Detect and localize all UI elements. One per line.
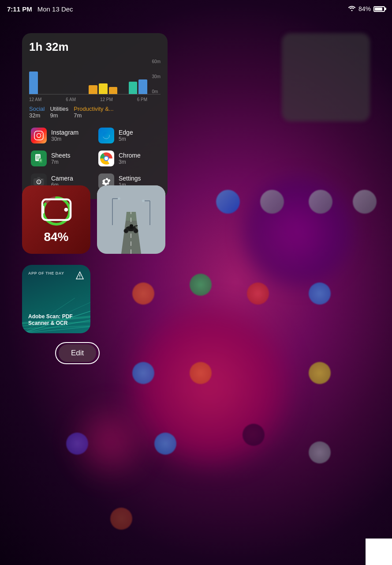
app-item-edge[interactable]: Edge 5m <box>97 125 161 146</box>
battery-widget[interactable]: 84% <box>22 185 90 254</box>
svg-point-26 <box>142 200 145 202</box>
category-productivity-time: 7m <box>74 112 113 119</box>
app-info-chrome: Chrome 3m <box>119 152 141 165</box>
battery-ring <box>41 196 72 226</box>
grid-60m: 60m <box>152 59 161 64</box>
category-social-time: 32m <box>29 112 45 119</box>
wallpaper-blob-1 <box>132 309 287 463</box>
photo-placeholder <box>97 185 165 254</box>
appstore-app-name: Adobe Scan: PDF Scanner & OCR <box>28 313 84 327</box>
category-productivity-name: Productivity &... <box>74 105 113 112</box>
svg-point-16 <box>64 207 68 211</box>
wifi-icon <box>348 5 356 12</box>
grid-0m: 0m <box>152 89 161 94</box>
chart-bar-4 <box>129 82 138 94</box>
app-item-instagram[interactable]: Instagram 30m <box>29 125 93 146</box>
app-time-chrome: 3m <box>119 159 141 165</box>
category-utilities-time: 9m <box>50 112 68 119</box>
app-item-sheets[interactable]: Sheets 7m <box>29 148 93 169</box>
time-label-6am: 6 AM <box>66 97 76 102</box>
app-info-sheets: Sheets 7m <box>51 152 71 165</box>
chart-grid-labels: 60m 30m 0m <box>152 59 161 94</box>
battery-percentage-widget: 84% <box>44 230 68 244</box>
svg-point-11 <box>41 179 42 180</box>
edit-button-container: Edit <box>55 342 100 364</box>
screen-time-widget[interactable]: 1h 32m 60m 30m 0m 12 AM 6 AM 12 <box>22 33 168 199</box>
status-bar: 7:11 PM Mon 13 Dec 84% <box>0 0 392 18</box>
status-right-group: 84% <box>348 5 385 12</box>
svg-point-10 <box>38 181 40 183</box>
app-name-settings: Settings <box>119 175 141 182</box>
app-item-chrome[interactable]: Chrome 3m <box>97 148 161 169</box>
app-name-chrome: Chrome <box>119 152 141 159</box>
chart-bar-social <box>29 72 38 94</box>
status-date: Mon 13 Dec <box>37 5 73 13</box>
category-social: Social 32m <box>29 105 45 119</box>
svg-point-28 <box>124 229 128 233</box>
app-name-instagram: Instagram <box>51 129 78 136</box>
status-time: 7:11 PM <box>7 5 32 13</box>
photo-widget[interactable] <box>97 185 165 254</box>
app-time-edge: 5m <box>119 136 133 142</box>
edit-button[interactable]: Edit <box>59 344 96 362</box>
screen-time-categories: Social 32m Utilities 9m Productivity &..… <box>29 105 161 119</box>
app-info-edge: Edge 5m <box>119 129 133 142</box>
screen-time-app-list: Instagram 30m Edge <box>29 125 161 192</box>
battery-fill <box>375 8 382 11</box>
chart-time-labels: 12 AM 6 AM 12 PM 6 PM <box>29 97 161 102</box>
svg-rect-15 <box>42 206 44 214</box>
battery-percentage: 84% <box>358 5 371 12</box>
svg-point-1 <box>37 134 41 138</box>
category-utilities-name: Utilities <box>50 105 68 112</box>
svg-point-23 <box>118 197 120 200</box>
svg-point-35 <box>79 278 80 279</box>
screen-time-chart: 60m 30m 0m <box>29 59 161 94</box>
svg-point-29 <box>134 229 138 233</box>
category-utilities: Utilities 9m <box>50 105 68 119</box>
app-icon-sheets <box>31 151 47 166</box>
app-icon-edge <box>98 128 114 143</box>
bottom-right-square <box>366 539 392 565</box>
chart-bar-5 <box>138 79 147 94</box>
appstore-header: APP OF THE DAY <box>28 271 84 282</box>
svg-point-7 <box>105 157 108 160</box>
battery-phone-icon <box>41 194 72 228</box>
chart-bar-3 <box>109 87 118 94</box>
time-label-6pm: 6 PM <box>137 97 147 102</box>
category-productivity: Productivity &... 7m <box>74 105 113 119</box>
app-name-camera: Camera <box>51 175 73 182</box>
appstore-widget[interactable]: APP OF THE DAY Adobe Scan: PDF Scanner &… <box>22 265 90 333</box>
grid-30m: 30m <box>152 74 161 79</box>
chart-bar-1 <box>89 85 97 94</box>
wallpaper-blob-2 <box>243 177 353 287</box>
app-icon-chrome <box>98 151 114 166</box>
app-name-sheets: Sheets <box>51 152 71 159</box>
app-info-instagram: Instagram 30m <box>51 129 78 142</box>
wallpaper-blob-3 <box>66 397 154 486</box>
app-time-sheets: 7m <box>51 159 71 165</box>
svg-point-2 <box>41 133 42 134</box>
chart-bar-2 <box>99 83 108 94</box>
chart-bars <box>29 59 147 94</box>
screen-time-duration: 1h 32m <box>29 40 161 54</box>
svg-rect-0 <box>34 131 43 140</box>
appstore-icon <box>75 271 84 282</box>
time-label-noon: 12 PM <box>100 97 113 102</box>
category-social-name: Social <box>29 105 45 112</box>
top-right-widget <box>282 33 370 121</box>
edit-oval-outline: Edit <box>55 342 100 364</box>
app-name-edge: Edge <box>119 129 133 136</box>
app-time-instagram: 30m <box>51 136 78 142</box>
battery-icon <box>373 6 385 12</box>
appstore-label: APP OF THE DAY <box>28 271 64 275</box>
svg-rect-33 <box>130 226 133 229</box>
app-icon-instagram <box>31 128 47 143</box>
time-label-midnight: 12 AM <box>29 97 41 102</box>
